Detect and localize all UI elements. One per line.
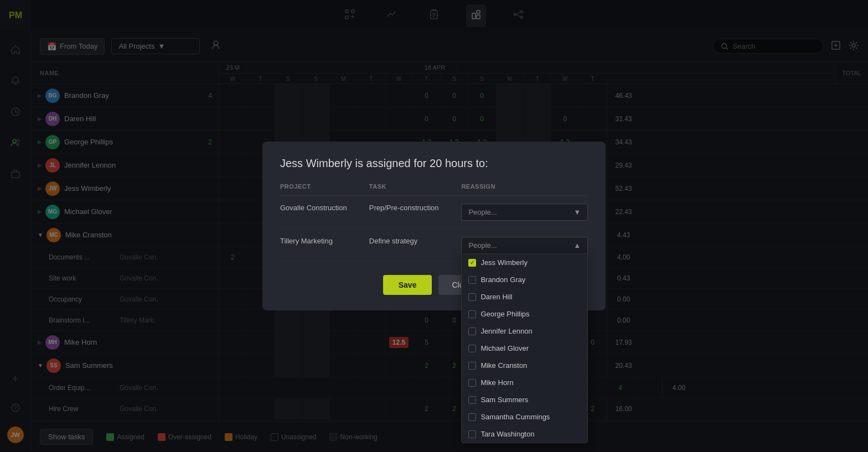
checkbox-brandon[interactable] [468,276,476,284]
reassign-placeholder-2: People... [468,241,497,250]
person-option-michael: Michael Glover [480,344,529,352]
reassign-wrapper-2: People... ▲ ✓ Jess Wimberly Br [461,237,588,253]
save-button[interactable]: Save [383,275,432,295]
modal-col-task: TASK [369,183,462,196]
checkbox-samantha[interactable] [468,413,476,421]
modal-overlay[interactable]: Jess Wimberly is assigned for 20 hours t… [0,0,868,452]
people-item-brandon[interactable]: Brandon Gray [462,271,587,288]
checkbox-michael[interactable] [468,345,476,352]
modal-task-1: Prep/Pre-construction [369,196,462,229]
modal-row-1: Govalle Construction Prep/Pre-constructi… [280,196,588,229]
reassign-arrow-2: ▲ [574,241,581,250]
reassign-select-2[interactable]: People... ▲ [461,237,588,253]
modal-row-2: Tillery Marketing Define strategy People… [280,229,588,262]
person-option-daren: Daren Hill [480,293,512,301]
person-option-mike-c: Mike Cranston [480,361,527,370]
person-option-george: George Phillips [480,310,529,318]
checkbox-george[interactable] [468,310,476,318]
people-item-samantha[interactable]: Samantha Cummings [462,408,587,425]
modal-reassign-1: People... ▼ [461,196,588,229]
checkbox-sam[interactable] [468,396,476,404]
person-option-brandon: Brandon Gray [480,276,525,284]
modal-dialog: Jess Wimberly is assigned for 20 hours t… [262,142,606,310]
people-item-jess[interactable]: ✓ Jess Wimberly [462,254,587,271]
checkbox-jennifer[interactable] [468,328,476,335]
person-option-mike-h: Mike Horn [480,378,513,387]
checkbox-tara[interactable] [468,430,476,438]
people-item-george[interactable]: George Phillips [462,305,587,323]
checkbox-mike-h[interactable] [468,379,476,387]
checkbox-daren[interactable] [468,293,476,301]
modal-project-1: Govalle Construction [280,196,369,229]
modal-table: PROJECT TASK REASSIGN Govalle Constructi… [280,183,588,262]
person-option-tara: Tara Washington [480,430,534,438]
person-option-jess: Jess Wimberly [480,258,528,267]
people-item-michael[interactable]: Michael Glover [462,340,587,357]
people-dropdown: ✓ Jess Wimberly Brandon Gray Daren Hill [461,253,588,443]
people-item-tara[interactable]: Tara Washington [462,425,587,443]
reassign-placeholder-1: People... [468,208,497,216]
people-item-mike-h[interactable]: Mike Horn [462,374,587,391]
modal-reassign-2: People... ▲ ✓ Jess Wimberly Br [461,229,588,262]
reassign-arrow-1: ▼ [574,208,581,216]
modal-title: Jess Wimberly is assigned for 20 hours t… [280,157,588,170]
people-item-sam[interactable]: Sam Summers [462,391,587,408]
checkbox-jess[interactable]: ✓ [468,259,476,267]
modal-col-reassign: REASSIGN [461,183,588,196]
reassign-select-1[interactable]: People... ▼ [461,204,588,221]
person-option-samantha: Samantha Cummings [480,413,550,421]
modal-project-2: Tillery Marketing [280,229,369,262]
people-item-jennifer[interactable]: Jennifer Lennon [462,323,587,340]
modal-task-2: Define strategy [369,229,462,262]
person-option-sam: Sam Summers [480,396,528,404]
person-option-jennifer: Jennifer Lennon [480,327,532,335]
modal-col-project: PROJECT [280,183,369,196]
people-item-mike-c[interactable]: Mike Cranston [462,357,587,374]
checkbox-mike-c[interactable] [468,362,476,370]
people-item-daren[interactable]: Daren Hill [462,288,587,305]
